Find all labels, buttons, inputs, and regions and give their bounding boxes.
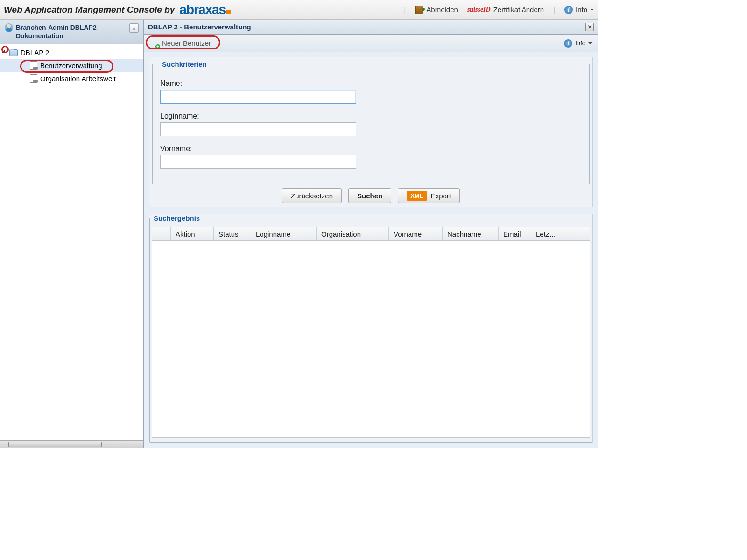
vorname-label: Vorname: bbox=[160, 145, 582, 153]
name-label: Name: bbox=[160, 79, 582, 88]
cert-change-label: Zertifikat ändern bbox=[493, 6, 544, 14]
results-grid-body bbox=[152, 241, 590, 438]
app-title: Web Application Mangement Console by bbox=[4, 5, 175, 15]
door-exit-icon bbox=[415, 6, 423, 14]
info-menu[interactable]: i Info bbox=[564, 6, 594, 14]
results-legend: Suchergebnis bbox=[152, 214, 202, 222]
new-user-button[interactable]: + Neuer Benutzer bbox=[150, 39, 211, 48]
new-user-label: Neuer Benutzer bbox=[162, 39, 211, 47]
logout-link[interactable]: Abmelden bbox=[415, 6, 458, 14]
main-panel: DBLAP 2 - Benutzerverwaltung ✕ + Neuer B… bbox=[144, 20, 598, 448]
tree-child1-label: Benutzerverwaltung bbox=[40, 62, 102, 70]
folder-icon bbox=[9, 49, 18, 56]
col-email[interactable]: Email bbox=[499, 227, 531, 240]
suisseid-logo-icon: suisseID bbox=[467, 6, 491, 14]
col-vorname[interactable]: Vorname bbox=[389, 227, 443, 240]
sidebar-scrollbar[interactable] bbox=[0, 440, 143, 448]
document-icon bbox=[30, 61, 37, 70]
user-icon bbox=[5, 23, 13, 32]
separator-icon: | bbox=[553, 6, 555, 14]
toolbar: + Neuer Benutzer i Info bbox=[144, 35, 598, 52]
user-add-icon: + bbox=[150, 39, 159, 48]
col-checkbox[interactable] bbox=[152, 227, 171, 240]
tree-node-root[interactable]: DBLAP 2 bbox=[0, 46, 143, 59]
nav-tree: DBLAP 2 Benutzerverwaltung Organisation … bbox=[0, 44, 143, 440]
sidebar: Branchen-Admin DBLAP2 Dokumentation DBLA… bbox=[0, 20, 144, 448]
tree-child2-label: Organisation Arbeitswelt bbox=[40, 75, 116, 83]
search-button[interactable]: Suchen bbox=[348, 188, 391, 203]
xml-badge-icon: XML bbox=[407, 191, 427, 201]
export-xml-button[interactable]: XML Export bbox=[398, 188, 460, 203]
main-title: DBLAP 2 - Benutzerverwaltung bbox=[148, 23, 251, 31]
tree-root-label: DBLAP 2 bbox=[21, 49, 49, 56]
loginname-label: Loginname: bbox=[160, 112, 582, 120]
topbar: Web Application Mangement Console by abr… bbox=[0, 0, 598, 20]
close-panel-button[interactable]: ✕ bbox=[585, 23, 594, 31]
col-letzt[interactable]: Letzt… bbox=[531, 227, 566, 240]
sidebar-title-line1: Branchen-Admin DBLAP2 bbox=[16, 23, 97, 32]
document-icon bbox=[30, 74, 37, 83]
info-label: Info bbox=[576, 6, 587, 14]
results-grid-header: Aktion Status Loginname Organisation Vor… bbox=[152, 227, 590, 241]
loginname-input[interactable] bbox=[160, 122, 356, 136]
main-title-bar: DBLAP 2 - Benutzerverwaltung ✕ bbox=[144, 20, 598, 35]
chevron-down-icon bbox=[590, 9, 594, 13]
info-icon: i bbox=[564, 39, 572, 48]
brand-logo: abraxas bbox=[179, 2, 231, 17]
vorname-input[interactable] bbox=[160, 155, 356, 169]
col-loginname[interactable]: Loginname bbox=[251, 227, 317, 240]
expand-triangle-icon[interactable] bbox=[2, 49, 8, 56]
cert-change-link[interactable]: suisseID Zertifikat ändern bbox=[467, 6, 544, 14]
search-criteria-legend: Suchkriterien bbox=[160, 60, 209, 68]
col-nachname[interactable]: Nachname bbox=[443, 227, 499, 240]
panel-info-menu[interactable]: i Info bbox=[564, 39, 592, 48]
collapse-sidebar-button[interactable] bbox=[129, 23, 139, 33]
info-icon: i bbox=[564, 6, 573, 14]
col-aktion[interactable]: Aktion bbox=[171, 227, 214, 240]
logout-label: Abmelden bbox=[426, 6, 458, 14]
col-organisation[interactable]: Organisation bbox=[317, 227, 389, 240]
search-results-panel: Suchergebnis Aktion Status Loginname Org… bbox=[149, 214, 593, 443]
col-status[interactable]: Status bbox=[214, 227, 251, 240]
sidebar-title-line2: Dokumentation bbox=[16, 32, 97, 40]
panel-info-label: Info bbox=[575, 40, 585, 47]
scrollbar-thumb[interactable] bbox=[8, 442, 102, 447]
reset-button[interactable]: Zurücksetzen bbox=[282, 188, 342, 203]
chevron-down-icon bbox=[588, 42, 592, 46]
tree-node-organisation[interactable]: Organisation Arbeitswelt bbox=[0, 72, 143, 85]
tree-node-benutzerverwaltung[interactable]: Benutzerverwaltung bbox=[0, 59, 143, 72]
sidebar-header: Branchen-Admin DBLAP2 Dokumentation bbox=[0, 20, 143, 44]
name-input[interactable] bbox=[160, 90, 356, 104]
search-criteria-panel: Suchkriterien Name: Loginname: Vorname: bbox=[149, 57, 593, 207]
separator-icon: | bbox=[404, 6, 406, 14]
